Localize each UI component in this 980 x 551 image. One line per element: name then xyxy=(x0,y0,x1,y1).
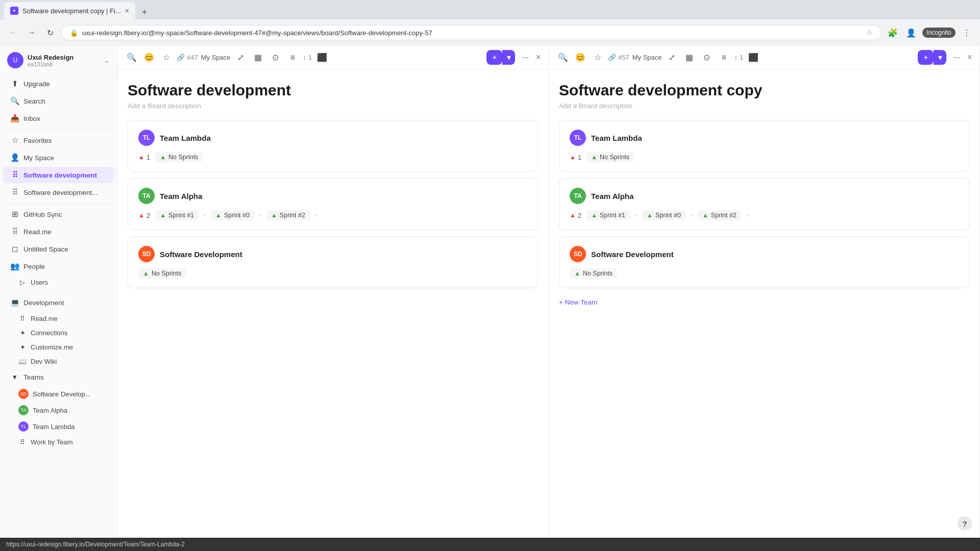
tab-close-button[interactable]: × xyxy=(125,7,129,15)
sidebar-item-people[interactable]: 👥 People xyxy=(3,258,114,274)
sidebar-item-untitled-space[interactable]: ◻ Untitled Space xyxy=(3,241,114,257)
sidebar-item-readme-top[interactable]: ⠿ Read.me xyxy=(3,223,114,240)
sidebar-item-software-dev[interactable]: ⠿ Software development xyxy=(3,167,114,183)
sidebar-item-favorites[interactable]: ☆ Favorites xyxy=(3,132,114,148)
left-board-title: Software development xyxy=(128,82,538,99)
right-close-button[interactable]: × xyxy=(967,52,972,63)
sidebar-sub-item-dev-wiki[interactable]: 📖 Dev Wiki xyxy=(3,355,114,368)
minimize-button[interactable] xyxy=(942,12,949,19)
maximize-button[interactable] xyxy=(953,12,961,19)
right-team-alpha-avatar: TA xyxy=(570,188,586,204)
right-sprint-2[interactable]: ▲ Sprint #2 xyxy=(698,210,741,220)
extensions-button[interactable]: 🧩 xyxy=(886,26,900,40)
left-star-icon[interactable]: ☆ xyxy=(159,51,174,65)
left-sprint-1[interactable]: ▲ Sprint #1 xyxy=(155,210,199,220)
sidebar-item-inbox[interactable]: 📥 Inbox xyxy=(3,110,114,127)
left-more-button[interactable]: ··· xyxy=(518,51,532,65)
sidebar-sub-item-dev-readme[interactable]: ⠿ Read.me xyxy=(3,312,114,325)
sidebar-sub-item-work-by-team[interactable]: ⠿ Work by Team xyxy=(3,435,114,448)
left-close-button[interactable]: × xyxy=(535,52,541,63)
untitled-space-icon: ◻ xyxy=(10,244,19,254)
sidebar-item-software-dev-copy[interactable]: ⠿ Software development... xyxy=(3,184,114,201)
right-software-dev-name: Software Development xyxy=(591,250,674,259)
sidebar-sub-item-software-dev-team[interactable]: SD Software Develop... xyxy=(3,386,114,402)
right-star-icon[interactable]: ☆ xyxy=(591,51,605,65)
profile-button[interactable]: 👤 xyxy=(904,26,918,40)
address-bookmark-icon[interactable]: ☆ xyxy=(866,29,873,37)
left-sprint-0[interactable]: ▲ Sprint #0 xyxy=(211,210,254,220)
left-expand-icon[interactable]: ⤢ xyxy=(234,51,248,65)
close-window-button[interactable] xyxy=(965,12,972,19)
right-sd-no-sprints[interactable]: ▲ No Sprints xyxy=(570,268,617,279)
sprint2-icon: ▲ xyxy=(271,212,277,219)
left-timeline-icon[interactable]: ⬛ xyxy=(315,51,329,65)
sidebar-chevron-icon[interactable]: ⌄ xyxy=(104,56,110,64)
org-avatar: U xyxy=(7,52,23,68)
right-link-icon: 🔗 xyxy=(608,54,616,61)
menu-button[interactable]: ⋮ xyxy=(960,26,974,40)
right-sd-no-sprints-label: No Sprints xyxy=(583,270,612,277)
help-button[interactable]: ? xyxy=(958,516,972,531)
github-label: GitHub Sync xyxy=(23,211,107,218)
sidebar-item-my-space[interactable]: 👤 My Space xyxy=(3,149,114,166)
left-layout-icon[interactable]: ▦ xyxy=(251,51,265,65)
left-add-button[interactable]: + xyxy=(486,50,503,65)
right-emoji-icon[interactable]: 😊 xyxy=(573,51,587,65)
sidebar-sub-item-team-alpha[interactable]: TA Team Alpha xyxy=(3,403,114,418)
right-space-label: My Space xyxy=(632,54,662,61)
reload-button[interactable]: ↻ xyxy=(43,26,57,40)
sidebar-sub-item-team-lambda[interactable]: TL Team Lambda xyxy=(3,419,114,434)
favorites-label: Favorites xyxy=(23,137,107,144)
org-details: Uxui Redesign ea131bb8 xyxy=(28,54,74,67)
right-software-dev-header: SD Software Development xyxy=(570,246,959,262)
sidebar-item-development[interactable]: 💻 Development xyxy=(3,294,114,311)
right-sprint-0[interactable]: ▲ Sprint #0 xyxy=(642,210,685,220)
new-team-button[interactable]: + New Team xyxy=(559,294,969,310)
right-board-desc[interactable]: Add a Board description xyxy=(559,102,969,110)
users-label: Users xyxy=(31,279,48,286)
left-sd-no-sprints[interactable]: ▲ No Sprints xyxy=(138,268,186,279)
right-team-lambda-card: TL Team Lambda ▲ 1 ▲ No Sprints xyxy=(559,120,969,172)
right-layout-icon[interactable]: ▦ xyxy=(682,51,697,65)
right-board-title: Software development copy xyxy=(559,82,969,99)
left-board-desc[interactable]: Add a Board description xyxy=(128,102,538,110)
left-shield-icon[interactable]: ⊙ xyxy=(268,51,283,65)
right-sprint-1[interactable]: ▲ Sprint #1 xyxy=(586,210,630,220)
right-add-dropdown-button[interactable]: ▾ xyxy=(934,50,946,65)
sidebar-item-teams[interactable]: ▾ Teams xyxy=(3,369,114,385)
right-shield-icon[interactable]: ⊙ xyxy=(700,51,714,65)
right-expand-icon[interactable]: ⤢ xyxy=(665,51,679,65)
development-icon: 💻 xyxy=(10,298,19,307)
right-team-lambda-body: ▲ 1 ▲ No Sprints xyxy=(570,152,959,162)
active-tab[interactable]: ✦ Software development copy | Fi... × xyxy=(4,2,135,19)
right-team-lambda-no-sprints[interactable]: ▲ No Sprints xyxy=(586,152,634,162)
right-toolbar: 🔍 😊 ☆ 🔗 #57 My Space ⤢ ▦ ⊙ ≡ ↕ 1 ⬛ xyxy=(549,46,979,69)
no-sprints-icon: ▲ xyxy=(160,154,166,161)
back-button[interactable]: ← xyxy=(6,26,20,40)
left-add-dropdown-button[interactable]: ▾ xyxy=(502,50,515,65)
address-bar[interactable]: 🔒 uxui-redesign.fibery.io/@my-space/Soft… xyxy=(61,25,881,40)
browser-actions: 🧩 👤 Incognito ⋮ xyxy=(886,26,974,40)
sidebar-sub-item-connections[interactable]: ✦ Connections xyxy=(3,326,114,339)
right-search-icon[interactable]: 🔍 xyxy=(556,51,570,65)
left-filter-icon[interactable]: ≡ xyxy=(286,51,300,65)
sidebar-item-github[interactable]: ⊞ GitHub Sync xyxy=(3,206,114,222)
org-name: Uxui Redesign xyxy=(28,54,74,61)
left-software-dev-avatar: SD xyxy=(138,246,155,262)
right-timeline-icon[interactable]: ⬛ xyxy=(746,51,761,65)
right-add-button[interactable]: + xyxy=(918,50,934,65)
sidebar-sub-item-customize[interactable]: ✦ Customize.me xyxy=(3,340,114,354)
left-emoji-icon[interactable]: 😊 xyxy=(142,51,156,65)
left-team-lambda-no-sprints[interactable]: ▲ No Sprints xyxy=(155,152,203,162)
right-red-count-icon: ▲ xyxy=(570,154,576,161)
forward-button[interactable]: → xyxy=(24,26,39,40)
right-filter-icon[interactable]: ≡ xyxy=(717,51,731,65)
left-add-icon: + xyxy=(493,54,497,61)
left-search-icon[interactable]: 🔍 xyxy=(125,51,139,65)
sidebar-item-search[interactable]: 🔍 Search xyxy=(3,93,114,109)
sidebar-sub-item-users[interactable]: ▷ Users xyxy=(3,276,114,289)
sidebar-item-upgrade[interactable]: ⬆ Upgrade xyxy=(3,76,114,92)
left-sprint-2[interactable]: ▲ Sprint #2 xyxy=(266,210,310,220)
right-more-button[interactable]: ··· xyxy=(949,51,964,65)
new-tab-button[interactable]: + xyxy=(137,5,152,19)
